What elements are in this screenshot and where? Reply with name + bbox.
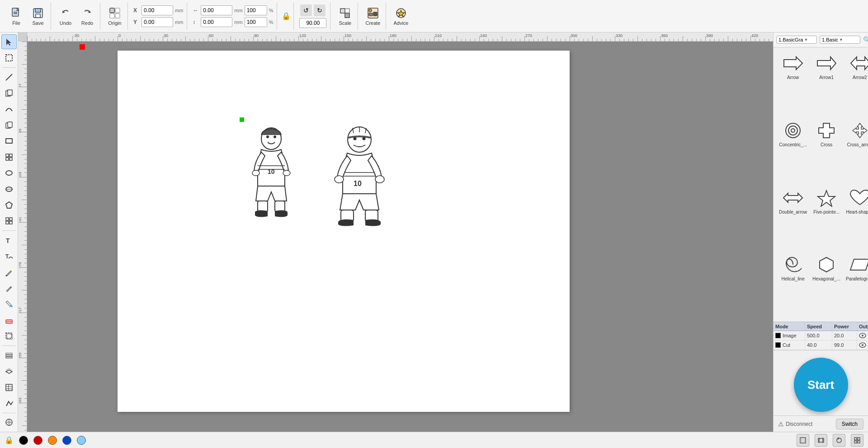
shape-parallelogram[interactable]: Parallelogram xyxy=(844,252,868,318)
save-button[interactable]: Save xyxy=(28,5,48,28)
refresh-button[interactable] xyxy=(833,434,845,447)
cut-speed-cell[interactable]: 40.0 xyxy=(805,341,832,350)
color-red[interactable] xyxy=(33,436,42,445)
svg-rect-24 xyxy=(8,122,12,127)
shape-heart[interactable]: Heart-shaped xyxy=(844,186,868,251)
shape-five-pointed[interactable]: Five-pointe... xyxy=(811,186,842,251)
figure-1[interactable]: 10 xyxy=(235,121,307,220)
path-tool[interactable] xyxy=(1,396,17,411)
rotate-input[interactable] xyxy=(299,18,326,28)
shape-cross[interactable]: Cross xyxy=(811,118,842,184)
pencil-tool[interactable] xyxy=(1,265,17,280)
shape-hexagonal[interactable]: Hexagonal_... xyxy=(811,252,842,318)
edit-tool[interactable] xyxy=(1,280,17,295)
svg-line-20 xyxy=(6,74,12,80)
concentric-shape-icon xyxy=(780,120,806,141)
y-input[interactable] xyxy=(142,17,173,27)
scale-btn-group: Scale xyxy=(332,3,358,30)
mode-row-cut[interactable]: Cut 40.0 99.0 xyxy=(774,341,868,350)
layers-tool[interactable] xyxy=(1,348,17,363)
svg-rect-110 xyxy=(854,441,857,443)
tool-ellipse2[interactable] xyxy=(1,182,17,196)
select-tool[interactable] xyxy=(1,34,17,49)
rotate-ccw-button[interactable]: ↺ xyxy=(300,5,312,16)
start-button[interactable]: Start xyxy=(794,358,848,412)
ellipse-tool[interactable] xyxy=(1,165,17,180)
svg-rect-4 xyxy=(35,9,41,12)
fit-page-button[interactable] xyxy=(797,434,809,447)
curve-tool[interactable] xyxy=(1,102,17,117)
svg-point-65 xyxy=(252,170,259,176)
shape-double-arrow[interactable]: Double_arrow xyxy=(777,186,809,251)
width-pct-input[interactable] xyxy=(245,5,267,15)
special-tool[interactable] xyxy=(1,415,17,430)
svg-marker-94 xyxy=(818,191,835,206)
image-output-cell[interactable] xyxy=(857,331,868,340)
shape-helical[interactable]: Helical_line xyxy=(777,252,809,318)
crop-tool[interactable] xyxy=(1,329,17,344)
color-orange[interactable] xyxy=(48,436,57,445)
table-tool[interactable] xyxy=(1,380,17,395)
image-speed-cell[interactable]: 500.0 xyxy=(805,331,832,340)
grid-tool[interactable] xyxy=(1,149,17,164)
svg-marker-95 xyxy=(820,257,833,272)
create-button[interactable]: Create xyxy=(363,5,383,28)
shape-arrow[interactable]: Arrow xyxy=(777,51,809,117)
output-col-header: Output xyxy=(857,322,868,331)
advice-button[interactable]: Advice xyxy=(391,5,411,28)
mode-row-image[interactable]: Image 500.0 20.0 xyxy=(774,331,868,341)
image-mode-cell: Image xyxy=(774,331,805,340)
artwork-group[interactable]: 10 xyxy=(235,121,402,229)
eraser-tool[interactable] xyxy=(1,313,17,327)
tool-divider-1 xyxy=(2,67,16,68)
image-power-cell[interactable]: 20.0 xyxy=(832,331,857,340)
cut-output-cell[interactable] xyxy=(857,341,868,350)
zoom-fit-button[interactable] xyxy=(815,434,827,447)
switch-button[interactable]: Switch xyxy=(836,419,863,429)
svg-rect-50 xyxy=(6,355,12,356)
width-input[interactable] xyxy=(201,5,232,15)
rect-tool[interactable] xyxy=(1,134,17,149)
fill-tool[interactable] xyxy=(1,297,17,312)
shape-concentric[interactable]: Concentric_... xyxy=(777,118,809,184)
color-black[interactable] xyxy=(19,436,28,445)
polygon-tool[interactable] xyxy=(1,197,17,212)
shape-cross-arrow[interactable]: Cross_arrow xyxy=(844,118,868,184)
tool-grid2[interactable] xyxy=(1,214,17,229)
toolbar: File Save Undo Redo xyxy=(0,0,868,33)
shape-arrow2[interactable]: Arrow2 xyxy=(844,51,868,117)
line-tool[interactable] xyxy=(1,70,17,84)
color-blue[interactable] xyxy=(62,436,71,445)
disconnect-button[interactable]: ⚠ Disconnect xyxy=(778,420,812,428)
disconnect-icon: ⚠ xyxy=(778,420,784,428)
svg-rect-28 xyxy=(6,158,9,160)
color-light-blue[interactable] xyxy=(77,436,86,445)
cut-power-cell[interactable]: 99.0 xyxy=(832,341,857,350)
grid-view-button[interactable] xyxy=(851,434,863,447)
x-input[interactable] xyxy=(142,5,173,15)
canvas-container[interactable]: 10 xyxy=(27,42,773,432)
origin-button[interactable]: Origin xyxy=(105,5,125,28)
file-button[interactable]: File xyxy=(6,5,26,28)
figure-2[interactable]: 10 xyxy=(316,121,402,229)
lock-icon[interactable]: 🔒 xyxy=(282,12,291,20)
scale-button[interactable]: Scale xyxy=(335,5,355,28)
redo-button[interactable]: Redo xyxy=(77,5,97,28)
layer1-dropdown[interactable]: 1.BasicGra ▼ xyxy=(776,36,817,44)
tool-5b[interactable] xyxy=(1,117,17,132)
layer2-dropdown[interactable]: 1.Basic ▼ xyxy=(820,36,860,44)
undo-redo-group: Undo Redo xyxy=(53,3,100,30)
search-button[interactable]: 🔍 xyxy=(863,34,868,45)
layer-edit-tool[interactable] xyxy=(1,364,17,378)
select-rect-tool[interactable] xyxy=(1,50,17,65)
copy-tool[interactable] xyxy=(1,85,17,100)
height-input[interactable] xyxy=(201,17,232,27)
undo-button[interactable]: Undo xyxy=(56,5,75,28)
svg-rect-27 xyxy=(9,154,12,157)
text-tool[interactable]: T xyxy=(1,233,17,247)
height-pct-input[interactable] xyxy=(245,17,267,27)
shape-arrow1[interactable]: Arrow1 xyxy=(811,51,842,117)
text-path-tool[interactable]: T xyxy=(1,249,17,264)
rotate-cw-button[interactable]: ↻ xyxy=(314,5,326,16)
width-icon: ↔ xyxy=(193,7,199,14)
